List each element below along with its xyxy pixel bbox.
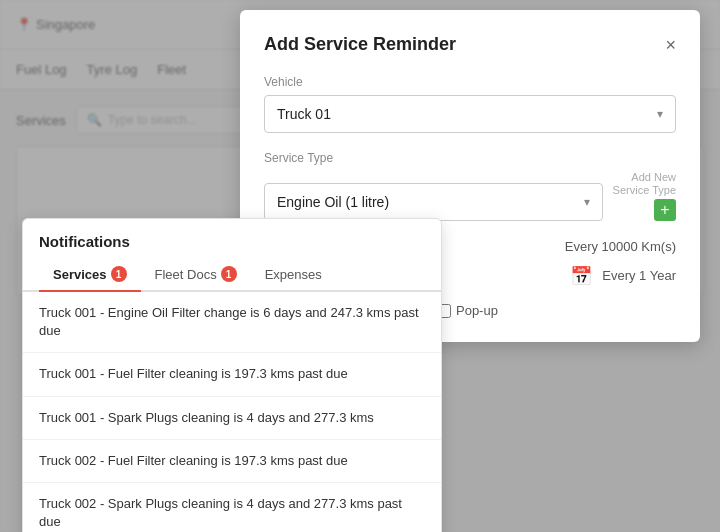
add-new-line2: Service Type: [613, 184, 676, 196]
fleet-docs-tab-badge: 1: [221, 266, 237, 282]
list-item[interactable]: Truck 001 - Spark Plugs cleaning is 4 da…: [23, 397, 441, 440]
add-new-line1: Add New: [631, 171, 676, 183]
notifications-panel: Notifications Services 1 Fleet Docs 1 Ex…: [22, 218, 442, 532]
popup-label: Pop-up: [456, 303, 498, 318]
vehicle-value: Truck 01: [277, 106, 331, 122]
fleet-docs-tab-label: Fleet Docs: [155, 267, 217, 282]
service-type-value: Engine Oil (1 litre): [277, 194, 389, 210]
services-tab-badge: 1: [111, 266, 127, 282]
list-item[interactable]: Truck 001 - Engine Oil Filter change is …: [23, 292, 441, 353]
chevron-down-icon-2: ▾: [584, 195, 590, 209]
vehicle-label: Vehicle: [264, 75, 676, 89]
add-new-service-button[interactable]: +: [654, 199, 676, 221]
service-type-field: Service Type Engine Oil (1 litre) ▾ Add …: [264, 151, 676, 221]
vehicle-select[interactable]: Truck 01 ▾: [264, 95, 676, 133]
expenses-tab-label: Expenses: [265, 267, 322, 282]
services-tab-label: Services: [53, 267, 107, 282]
tab-expenses[interactable]: Expenses: [251, 258, 336, 292]
notifications-list: Truck 001 - Engine Oil Filter change is …: [23, 292, 441, 532]
calendar-icon: [570, 264, 592, 287]
interval-text: Every 1 Year: [602, 268, 676, 283]
tab-fleet-docs[interactable]: Fleet Docs 1: [141, 258, 251, 292]
notifications-tabs: Services 1 Fleet Docs 1 Expenses: [23, 250, 441, 292]
notifications-panel-title: Notifications: [23, 219, 441, 250]
modal-title: Add Service Reminder: [264, 34, 456, 55]
list-item[interactable]: Truck 002 - Spark Plugs cleaning is 4 da…: [23, 483, 441, 532]
modal-header: Add Service Reminder ×: [264, 34, 676, 55]
close-button[interactable]: ×: [665, 36, 676, 54]
frequency-label: Every 10000 Km(s): [565, 239, 676, 254]
add-new-label: Add New Service Type: [613, 171, 676, 197]
service-type-label: Service Type: [264, 151, 676, 165]
popup-checkbox-item: Pop-up: [437, 303, 498, 318]
tab-services[interactable]: Services 1: [39, 258, 141, 292]
list-item[interactable]: Truck 002 - Fuel Filter cleaning is 197.…: [23, 440, 441, 483]
vehicle-field: Vehicle Truck 01 ▾: [264, 75, 676, 133]
service-type-row: Engine Oil (1 litre) ▾ Add New Service T…: [264, 171, 676, 221]
list-item[interactable]: Truck 001 - Fuel Filter cleaning is 197.…: [23, 353, 441, 396]
add-new-service-area: Add New Service Type +: [613, 171, 676, 221]
chevron-down-icon: ▾: [657, 107, 663, 121]
service-type-select[interactable]: Engine Oil (1 litre) ▾: [264, 183, 603, 221]
